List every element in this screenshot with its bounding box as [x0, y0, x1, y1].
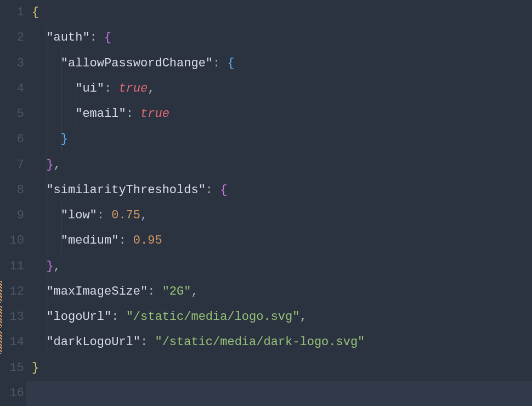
line-number: 15 [0, 356, 24, 381]
code-line[interactable]: "allowPasswordChange": { [26, 51, 532, 76]
token-brace-m: { [104, 32, 111, 44]
token-brace-m: } [46, 261, 53, 273]
token-key: "logoUrl" [46, 311, 111, 323]
token-punc: : [90, 32, 97, 44]
token-bool: true [118, 83, 148, 95]
indent-guide-icon [47, 178, 47, 203]
code-line[interactable]: "email": true [26, 101, 532, 127]
line-number: 7 [0, 153, 24, 178]
token-key: "ui" [75, 83, 104, 95]
line-number: 13 [0, 304, 24, 330]
indent-guide-icon [61, 228, 61, 253]
code-area[interactable]: {"auth": {"allowPasswordChange": {"ui": … [26, 0, 532, 406]
line-number: 12 [0, 279, 24, 304]
token-punc: : [148, 286, 155, 298]
code-line[interactable]: "darkLogoUrl": "/static/media/dark-logo.… [26, 330, 532, 355]
indent-guide-icon [47, 254, 47, 279]
indent-guide-icon [47, 228, 47, 253]
indent-guide-icon [47, 101, 47, 127]
token-key: "darkLogoUrl" [46, 336, 140, 348]
code-line[interactable]: "logoUrl": "/static/media/logo.svg", [26, 304, 532, 330]
line-number: 5 [0, 101, 24, 127]
token-key: "similarityThresholds" [46, 184, 205, 196]
code-line[interactable]: "maxImageSize": "2G", [26, 279, 532, 304]
token-brace-m: { [220, 184, 227, 196]
line-number: 11 [0, 254, 24, 279]
indent-guide-icon [47, 203, 47, 228]
token-key: "maxImageSize" [46, 286, 148, 298]
modified-marker-icon [0, 306, 2, 328]
modified-marker-icon [0, 281, 2, 303]
code-line[interactable]: { [26, 0, 532, 25]
code-line[interactable]: "ui": true, [26, 76, 532, 101]
token-str: "/static/media/logo.svg" [126, 311, 300, 323]
token-space [104, 210, 111, 222]
code-line[interactable]: }, [26, 254, 532, 279]
indent-guide-icon [47, 127, 47, 152]
code-line[interactable]: }, [26, 153, 532, 178]
token-brace-b: } [61, 133, 68, 145]
token-punc: : [140, 336, 148, 348]
token-brace-m: } [46, 159, 53, 171]
line-number-gutter: 12345678910111213141516 [0, 0, 26, 406]
token-punc: : [213, 58, 220, 70]
line-number: 2 [0, 25, 24, 50]
line-number: 4 [0, 76, 24, 101]
token-brace-b: { [227, 58, 234, 70]
token-punc: : [118, 235, 126, 247]
token-comma: , [54, 261, 61, 273]
indent-guide-icon [61, 101, 61, 127]
token-key: "allowPasswordChange" [61, 58, 213, 70]
code-line[interactable]: "medium": 0.95 [26, 228, 532, 253]
token-comma: , [299, 311, 307, 323]
token-comma: , [191, 286, 198, 298]
indent-guide-icon [76, 101, 76, 127]
line-number: 8 [0, 178, 24, 203]
indent-guide-icon [61, 76, 61, 101]
indent-guide-icon [47, 304, 47, 330]
line-number: 10 [0, 228, 24, 253]
token-str: "2G" [162, 286, 191, 298]
token-space [213, 184, 220, 196]
code-line[interactable]: "auth": { [26, 25, 532, 50]
code-line[interactable] [26, 381, 532, 406]
token-brace-y: } [32, 362, 39, 374]
token-brace-y: { [32, 7, 39, 19]
line-number: 6 [0, 127, 24, 152]
code-line[interactable]: "low": 0.75, [26, 203, 532, 228]
token-comma: , [148, 83, 155, 95]
token-space [220, 58, 227, 70]
line-number: 3 [0, 51, 24, 76]
code-line[interactable]: } [26, 127, 532, 152]
indent-guide-icon [47, 25, 47, 50]
token-key: "auth" [46, 32, 89, 44]
token-space [111, 83, 118, 95]
indent-guide-icon [61, 127, 61, 152]
indent-guide-icon [47, 51, 47, 76]
indent-guide-icon [47, 153, 47, 178]
code-line[interactable]: "similarityThresholds": { [26, 178, 532, 203]
token-key: "low" [61, 210, 97, 222]
token-space [97, 32, 104, 44]
indent-guide-icon [47, 279, 47, 304]
token-punc: : [126, 108, 133, 120]
token-num: 0.95 [133, 235, 162, 247]
token-space [126, 235, 133, 247]
token-space [133, 108, 140, 120]
token-space [155, 286, 162, 298]
code-line[interactable]: } [26, 356, 532, 381]
line-number: 9 [0, 203, 24, 228]
token-num: 0.75 [111, 210, 140, 222]
indent-guide-icon [61, 51, 61, 76]
code-editor[interactable]: 12345678910111213141516 {"auth": {"allow… [0, 0, 532, 406]
line-number: 16 [0, 381, 24, 406]
indent-guide-icon [47, 76, 47, 101]
token-key: "medium" [61, 235, 119, 247]
token-punc: : [111, 311, 118, 323]
token-comma: , [54, 159, 61, 171]
indent-guide-icon [76, 76, 76, 101]
line-number: 14 [0, 330, 24, 355]
token-space [148, 336, 155, 348]
token-punc: : [206, 184, 213, 196]
indent-guide-icon [61, 203, 61, 228]
